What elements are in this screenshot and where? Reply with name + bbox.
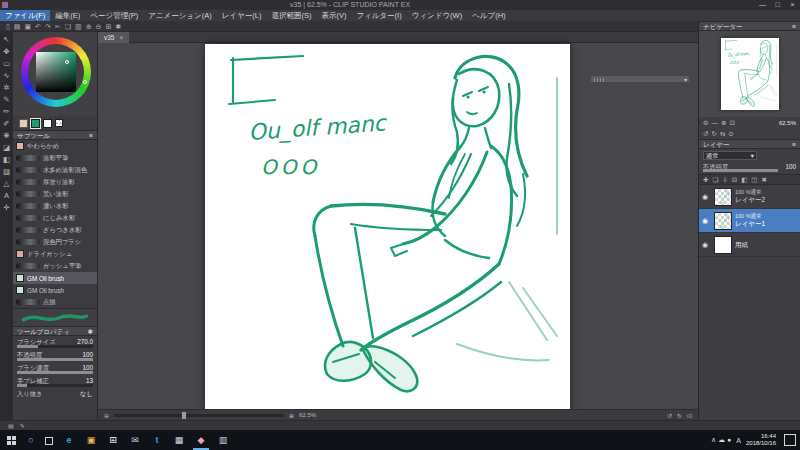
settings-icon[interactable]: ✱ (115, 21, 121, 32)
layer-row-0[interactable]: ◉100 %通常レイヤー2 (699, 185, 800, 209)
task-view-button[interactable] (40, 431, 58, 449)
menubar-item-6[interactable]: 表示(V) (316, 10, 351, 21)
property-slider[interactable] (17, 358, 93, 361)
chevron-down-icon[interactable]: ▾ (684, 76, 687, 84)
layer-row-2[interactable]: ◉用紙 (699, 233, 800, 257)
rotate-left-icon[interactable]: ↺ (667, 412, 672, 419)
gear-icon[interactable]: ✱ (88, 327, 93, 335)
menubar-item-5[interactable]: 選択範囲(S) (266, 10, 316, 21)
foreground-color-swatch[interactable] (31, 119, 40, 128)
volume-icon[interactable]: ● (727, 436, 731, 443)
brush-item-7[interactable]: ざらつき水彩 (13, 224, 97, 236)
eyedropper-tool[interactable]: ✛ (3, 203, 9, 212)
operation-tool[interactable]: ↖ (3, 35, 9, 44)
taskbar-app-terminal[interactable]: ▥ (212, 430, 234, 450)
brush-item-8[interactable]: 混色円ブラシ (13, 236, 97, 248)
hue-cursor[interactable] (83, 80, 87, 84)
zoom-in-icon[interactable]: ⊕ (289, 412, 294, 419)
canvas-tab-close-icon[interactable]: × (119, 32, 123, 43)
figure-tool[interactable]: △ (4, 179, 10, 188)
pen-tool[interactable]: ✎ (3, 95, 9, 104)
tool-property-row-3[interactable]: 手ブレ補正13 (13, 376, 97, 389)
paste-icon[interactable]: ▥ (75, 21, 82, 32)
pencil-tool[interactable]: ✏ (3, 107, 9, 116)
zoom-in-icon[interactable]: ⊕ (86, 21, 92, 32)
copy-icon[interactable]: ❏ (65, 21, 71, 32)
taskbar-app-store[interactable]: ⊞ (102, 430, 124, 450)
saturation-value-square[interactable] (36, 52, 76, 92)
menubar-item-3[interactable]: アニメーション(A) (143, 10, 217, 21)
drag-handle-icon[interactable] (594, 78, 604, 82)
flip-horizontal-icon[interactable]: ⇆ (720, 130, 725, 138)
new-layer-icon[interactable]: ✚ (703, 176, 708, 184)
brush-item-5[interactable]: 濃い水彩 (13, 200, 97, 212)
undo-icon[interactable]: ↶ (35, 21, 41, 32)
property-slider[interactable] (17, 345, 93, 348)
redo-icon[interactable]: ↷ (45, 21, 51, 32)
start-button[interactable] (0, 430, 22, 450)
taskbar-app-photos[interactable]: ▦ (168, 430, 190, 450)
eraser-tool[interactable]: ◪ (3, 143, 10, 152)
visibility-eye-icon[interactable]: ◉ (702, 241, 711, 249)
cortana-search-button[interactable]: ○ (22, 435, 40, 445)
drawing-canvas[interactable]: Ou_olf manc OOO (205, 44, 570, 410)
brush-item-2[interactable]: 水多め油彩混色 (13, 164, 97, 176)
transfer-icon[interactable]: ⇩ (722, 176, 727, 184)
zoom-out-icon[interactable]: ⊖ (104, 412, 109, 419)
brush-item-0[interactable]: やわらかめ (13, 140, 97, 152)
reset-icon[interactable]: ⊙ (728, 130, 733, 138)
new-folder-icon[interactable]: ❏ (712, 176, 718, 184)
background-color-swatch[interactable] (43, 119, 52, 128)
brush-item-1[interactable]: 油彩平筆 (13, 152, 97, 164)
zoom-out-icon[interactable]: ⊖ (96, 21, 102, 32)
brush-item-9[interactable]: ドライガッシュ (13, 248, 97, 260)
lock-icon[interactable]: ◫ (751, 176, 757, 184)
open-file-icon[interactable]: ▤ (14, 21, 21, 32)
save-icon[interactable]: ▣ (24, 21, 31, 32)
brush-item-4[interactable]: 荒い油彩 (13, 188, 97, 200)
zoom-slider-handle[interactable] (182, 412, 186, 419)
blend-mode-select[interactable]: 通常 ▾ (703, 151, 757, 160)
opacity-slider[interactable] (703, 169, 778, 172)
layer-row-1[interactable]: ◉100 %通常レイヤー1 (699, 209, 800, 233)
delete-layer-icon[interactable]: ✖ (762, 176, 767, 184)
taskbar-app-edge[interactable]: e (58, 430, 80, 450)
ime-indicator[interactable]: A (736, 437, 741, 444)
rotate-left-icon[interactable]: ↺ (703, 130, 708, 138)
panel-menu-icon[interactable]: ≡ (792, 22, 796, 30)
zoom-out-icon[interactable]: ⊖ (703, 119, 708, 127)
tool-property-row-1[interactable]: 不透明度100 (13, 350, 97, 363)
magic-wand-tool[interactable]: ✲ (3, 83, 9, 92)
menubar-item-7[interactable]: フィルター(I) (351, 10, 406, 21)
panel-menu-icon[interactable]: ≡ (792, 140, 796, 148)
history-color-swatch[interactable] (19, 119, 28, 128)
taskbar-app-twitter[interactable]: t (146, 430, 168, 450)
brush-item-6[interactable]: にじみ水彩 (13, 212, 97, 224)
merge-icon[interactable]: ⊟ (732, 176, 737, 184)
menubar-item-0[interactable]: ファイル(F) (0, 10, 50, 21)
taskbar-app-explorer[interactable]: ▣ (80, 430, 102, 450)
cloud-icon[interactable]: ☁ (718, 436, 727, 443)
brush-item-11[interactable]: GM Oil brush (13, 272, 97, 284)
property-slider[interactable] (17, 371, 93, 374)
fit-icon[interactable]: ⊡ (729, 119, 734, 127)
taskbar-app-clip-studio[interactable]: ◆ (190, 430, 212, 450)
rotate-right-icon[interactable]: ↻ (711, 130, 716, 138)
tool-property-row-0[interactable]: ブラシサイズ270.0 (13, 337, 97, 350)
sv-cursor[interactable] (65, 60, 69, 64)
menubar-item-4[interactable]: レイヤー(L) (217, 10, 267, 21)
tool-property-row-2[interactable]: ブラシ濃度100 (13, 363, 97, 376)
visibility-eye-icon[interactable]: ◉ (702, 193, 711, 201)
cut-icon[interactable]: ✂ (55, 21, 61, 32)
brush-item-13[interactable]: 点描 (13, 296, 97, 308)
layer-opacity-row[interactable]: 不透明度 100 (699, 162, 800, 174)
grid-icon[interactable]: ⊞ (105, 21, 111, 32)
new-file-icon[interactable]: ▯ (6, 21, 10, 32)
fill-tool[interactable]: ◧ (3, 155, 10, 164)
airbrush-tool[interactable]: ❋ (3, 131, 9, 140)
action-center-button[interactable] (784, 434, 796, 446)
property-slider[interactable] (17, 384, 93, 387)
brush-tool[interactable]: ✐ (3, 119, 9, 128)
transparent-color-swatch[interactable] (55, 119, 63, 127)
menubar-item-9[interactable]: ヘルプ(H) (467, 10, 510, 21)
